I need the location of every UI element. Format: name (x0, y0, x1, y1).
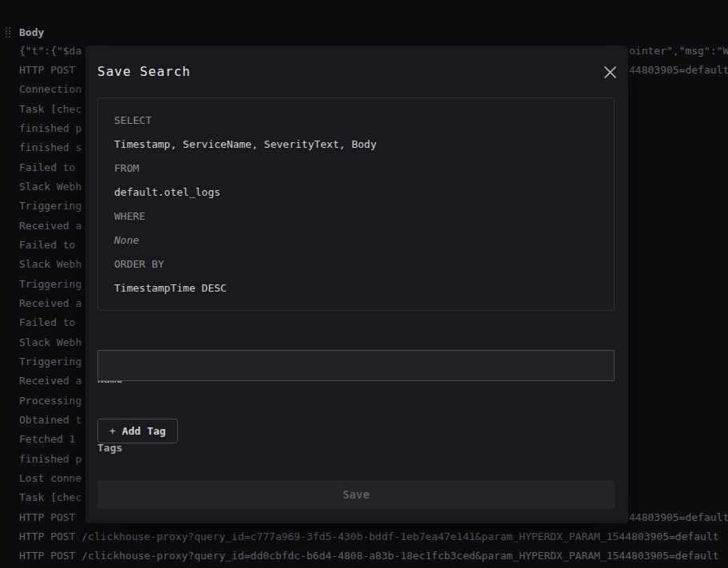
log-row: HTTP POST /clickhouse-proxy?query_id=dd0… (0, 546, 728, 566)
save-search-modal: Save Search SELECT Timestamp, ServiceNam… (85, 46, 628, 523)
log-row-continuation: ointer","msg":"W (629, 41, 728, 60)
select-label: SELECT (114, 109, 598, 133)
select-value: Timestamp, ServiceName, SeverityText, Bo… (114, 133, 598, 157)
where-value: None (114, 228, 598, 252)
order-by-label: ORDER BY (114, 252, 598, 276)
close-button[interactable] (598, 60, 622, 84)
log-row: HTTP POST /clickhouse-proxy?query_id=c77… (0, 526, 728, 546)
close-icon (603, 66, 617, 79)
order-by-value: TimestampTime DESC (114, 276, 598, 300)
grip-vertical-icon (6, 27, 12, 38)
plus-icon: + (109, 425, 116, 437)
add-tag-button[interactable]: + Add Tag (97, 419, 178, 443)
log-row-continuation: 44803905=default (629, 507, 728, 526)
from-value: default.otel_logs (114, 181, 598, 205)
body-column-header: Body (19, 26, 44, 38)
from-label: FROM (114, 157, 598, 181)
query-preview: SELECT Timestamp, ServiceName, SeverityT… (97, 97, 615, 311)
tags-label: Tags (97, 442, 122, 454)
save-button[interactable]: Save (97, 480, 615, 509)
log-row-continuation: 44803905=default (629, 60, 728, 79)
where-label: WHERE (114, 205, 598, 228)
modal-title: Save Search (97, 64, 191, 79)
name-input[interactable] (97, 350, 615, 381)
add-tag-label: Add Tag (122, 425, 166, 437)
